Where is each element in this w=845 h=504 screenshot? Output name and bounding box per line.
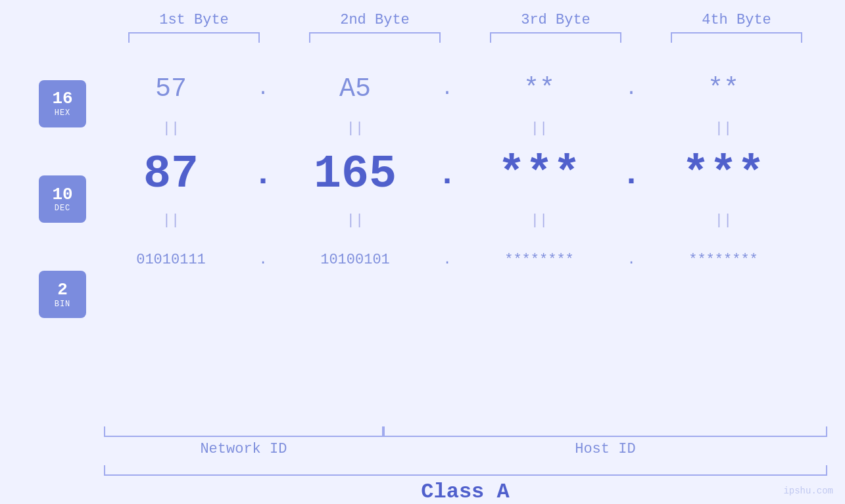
host-id-label: Host ID	[383, 441, 827, 457]
hex-dot2: .	[431, 78, 464, 100]
byte4-label: 4th Byte	[664, 12, 809, 28]
dec-byte3: ***	[464, 149, 615, 200]
dec-badge: 10 DEC	[39, 175, 86, 223]
hex-byte1: 57	[95, 74, 247, 104]
eq2-b3: ||	[464, 212, 615, 229]
main-grid: 16 HEX 10 DEC 2 BIN 57 .	[30, 49, 845, 421]
network-id-label: Network ID	[104, 441, 384, 457]
bottom-labels: Network ID Host ID	[104, 441, 827, 457]
host-bracket	[383, 426, 827, 437]
bottom-section: Network ID Host ID	[104, 426, 827, 457]
eq2-b1: ||	[95, 212, 247, 229]
eq2-b4: ||	[648, 212, 799, 229]
class-bracket	[104, 465, 827, 476]
dec-dot1: .	[247, 156, 279, 193]
hex-byte2: A5	[279, 74, 431, 104]
hex-badge: 16 HEX	[39, 80, 86, 127]
equals-row-2: || || || ||	[95, 207, 845, 233]
data-area: 57 . A5 . ** . **	[95, 49, 845, 421]
hex-badge-num: 16	[52, 89, 72, 108]
eq2-b2: ||	[279, 212, 431, 229]
eq1-b1: ||	[95, 120, 247, 137]
eq1-b4: ||	[648, 120, 799, 137]
dec-badge-num: 10	[52, 185, 72, 204]
bin-dot3: .	[615, 252, 648, 268]
byte1-label: 1st Byte	[122, 12, 266, 28]
bin-badge-sub: BIN	[55, 300, 71, 309]
byte3-label: 3rd Byte	[483, 12, 628, 28]
hex-byte4: **	[648, 74, 799, 104]
byte-headers: 1st Byte 2nd Byte 3rd Byte 4th Byte	[104, 0, 827, 28]
badges-column: 16 HEX 10 DEC 2 BIN	[30, 49, 95, 421]
dec-dot2: .	[431, 156, 464, 193]
dec-byte1: 87	[95, 149, 247, 200]
dec-byte4: ***	[648, 149, 799, 200]
dec-row: 87 . 165 . *** . ***	[95, 141, 845, 207]
bin-badge-num: 2	[57, 281, 68, 300]
class-label: Class A	[104, 480, 827, 504]
eq1-b2: ||	[279, 120, 431, 137]
bracket-byte4	[671, 32, 802, 43]
hex-byte3: **	[464, 74, 615, 104]
hex-dot1: .	[247, 78, 279, 100]
bracket-byte1	[128, 32, 260, 43]
dec-dot3: .	[615, 156, 648, 193]
watermark: ipshu.com	[783, 486, 833, 496]
network-bracket	[104, 426, 384, 437]
class-section: Class A	[104, 465, 827, 504]
bin-row: 01010111 . 10100101 . ******** .	[95, 233, 845, 286]
dec-byte2: 165	[279, 149, 431, 200]
hex-row: 57 . A5 . ** . **	[95, 62, 845, 115]
main-container: 1st Byte 2nd Byte 3rd Byte 4th Byte 16 H…	[0, 0, 845, 504]
hex-badge-sub: HEX	[55, 108, 71, 118]
bottom-brackets	[104, 426, 827, 437]
hex-dot3: .	[615, 78, 648, 100]
bracket-byte3	[490, 32, 621, 43]
bin-byte3: ********	[464, 252, 615, 268]
dec-badge-sub: DEC	[55, 204, 71, 213]
eq1-b3: ||	[464, 120, 615, 137]
bin-byte4: ********	[648, 252, 799, 268]
byte2-label: 2nd Byte	[302, 12, 447, 28]
equals-row-1: || || || ||	[95, 115, 845, 141]
bin-dot1: .	[247, 252, 279, 268]
bin-byte1: 01010111	[95, 252, 247, 268]
top-brackets	[104, 32, 827, 43]
bin-byte2: 10100101	[279, 252, 431, 268]
bin-badge: 2 BIN	[39, 271, 86, 318]
bin-dot2: .	[431, 252, 464, 268]
bracket-byte2	[309, 32, 441, 43]
